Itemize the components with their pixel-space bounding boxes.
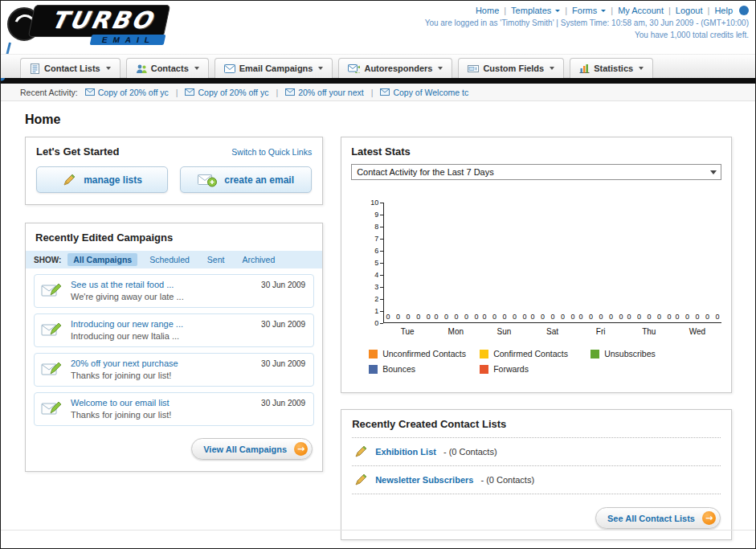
recent-activity-item[interactable]: Copy of 20% off yc: [185, 88, 268, 97]
filter-sent[interactable]: Sent: [202, 253, 231, 266]
campaign-subtitle: We're giving away our late ...: [71, 292, 184, 301]
divider: |: [176, 88, 178, 97]
x-tick-label: Mon: [431, 327, 480, 336]
campaign-subtitle: Introducing our new Italia ...: [71, 331, 183, 341]
view-all-campaigns-button[interactable]: View All Campaigns →: [191, 438, 313, 460]
recent-activity-item[interactable]: Copy of Welcome tc: [380, 88, 468, 97]
divider: |: [371, 88, 374, 97]
create-email-label: create an email: [224, 174, 294, 186]
link-my-account[interactable]: My Account: [618, 6, 664, 15]
recent-contact-lists-title: Recently Created Contact Lists: [352, 418, 721, 438]
x-tick-label: Sun: [480, 327, 528, 336]
recent-activity-bar: Recent Activity: Copy of 20% off yc | Co…: [1, 84, 755, 101]
filter-all-campaigns[interactable]: All Campaigns: [67, 253, 137, 266]
link-forms[interactable]: Forms: [572, 6, 606, 15]
bar-group-values: 0 0 0 0 0: [384, 313, 432, 321]
link-forms-label: Forms: [572, 6, 597, 15]
link-help[interactable]: Help: [714, 6, 733, 15]
logo-text: TURBO: [49, 6, 157, 34]
recent-activity-item[interactable]: Copy of 20% off yc: [85, 88, 169, 97]
campaign-edit-icon: [41, 400, 62, 416]
manage-lists-button[interactable]: manage lists: [36, 166, 168, 193]
chart-legend: Unconfirmed ContactsConfirmed ContactsUn…: [369, 349, 706, 379]
x-tick-label: Fri: [577, 327, 625, 336]
campaign-title: 20% off your next purchase: [71, 358, 178, 368]
chevron-down-icon: [106, 67, 111, 70]
chevron-down-icon: [601, 10, 606, 12]
nav-divider-bar: [1, 78, 755, 84]
manage-lists-label: manage lists: [84, 174, 142, 186]
see-all-contact-lists-label: See All Contact Lists: [607, 514, 695, 523]
link-templates[interactable]: Templates: [511, 6, 560, 15]
tab-label: Statistics: [594, 64, 633, 73]
campaign-row[interactable]: 20% off your next purchase Thanks for jo…: [34, 353, 314, 387]
bar-group-values: 0 0 0 0 0: [625, 313, 673, 321]
stats-period-select[interactable]: Contact Activity for the Last 7 Days: [351, 164, 721, 180]
campaign-edit-icon: [41, 361, 62, 377]
app-logo[interactable]: TURBO EMAIL: [7, 2, 208, 51]
contact-list-name[interactable]: Exhibition List: [375, 447, 436, 457]
email-icon: [185, 88, 194, 96]
chart-y-axis: 109876543210: [364, 203, 383, 323]
legend-swatch: [369, 350, 378, 358]
legend-item: Forwards: [480, 364, 590, 374]
link-home[interactable]: Home: [476, 6, 499, 15]
campaign-row[interactable]: Introducing our new range ... Introducin…: [34, 313, 314, 347]
link-logout[interactable]: Logout: [676, 6, 703, 15]
custom-fields-icon: [468, 64, 479, 73]
campaign-title: Introducing our new range ...: [71, 319, 183, 329]
divider: |: [565, 6, 567, 15]
legend-label: Forwards: [493, 364, 529, 374]
latest-stats-panel: Latest Stats Contact Activity for the La…: [341, 137, 732, 393]
legend-item: Confirmed Contacts: [480, 349, 590, 358]
see-all-contact-lists-button[interactable]: See All Contact Lists →: [595, 507, 721, 529]
contacts-icon: [136, 64, 147, 74]
campaign-subtitle: Thanks for joining our list!: [71, 371, 178, 380]
main-navigation: Contact Lists Contacts Email Campaigns A…: [1, 54, 755, 78]
filter-archived[interactable]: Archived: [236, 253, 280, 266]
contact-list-row[interactable]: Exhibition List - (0 Contacts): [352, 438, 721, 466]
arrow-right-icon: →: [294, 442, 308, 456]
campaign-row[interactable]: See us at the retail food ... We're givi…: [34, 274, 314, 308]
help-badge-icon[interactable]: [739, 6, 749, 15]
tab-statistics[interactable]: Statistics: [570, 58, 653, 78]
statistics-icon: [579, 64, 590, 73]
chevron-down-icon: [438, 67, 443, 70]
recent-activity-label: Recent Activity:: [20, 88, 78, 97]
recent-activity-item[interactable]: 20% off your next: [285, 88, 364, 97]
contact-list-name[interactable]: Newsletter Subscribers: [375, 475, 473, 485]
bar-group-values: 0 0 0 0 0: [577, 313, 625, 321]
legend-swatch: [590, 350, 599, 358]
tab-autoresponders[interactable]: Autoresponders: [338, 58, 452, 78]
divider: |: [611, 6, 613, 15]
chevron-down-icon: [555, 10, 560, 12]
legend-swatch: [480, 365, 488, 374]
legend-label: Bounces: [382, 364, 415, 374]
page-title: Home: [25, 113, 732, 127]
pencil-icon: [353, 445, 368, 459]
bar-group-values: 0 0 0 0 0: [432, 313, 480, 321]
legend-label: Unsubscribes: [604, 349, 656, 358]
campaign-edit-icon: [41, 322, 62, 338]
tab-contact-lists[interactable]: Contact Lists: [20, 58, 121, 78]
contact-list-row[interactable]: Newsletter Subscribers - (0 Contacts): [352, 466, 721, 494]
campaign-date: 30 Jun 2009: [261, 359, 305, 368]
campaign-title: See us at the retail food ...: [71, 280, 184, 289]
campaign-subtitle: Thanks for joining our list!: [71, 410, 171, 420]
tab-custom-fields[interactable]: Custom Fields: [458, 58, 564, 78]
create-email-button[interactable]: create an email: [180, 166, 312, 193]
divider: |: [708, 6, 710, 15]
campaign-row[interactable]: Welcome to our email list Thanks for joi…: [34, 392, 314, 426]
tab-label: Contacts: [151, 64, 189, 73]
switch-quick-links-link[interactable]: Switch to Quick Links: [231, 147, 312, 157]
bar-group-values: 0 0 0 0 0: [480, 313, 529, 321]
tab-email-campaigns[interactable]: Email Campaigns: [215, 58, 333, 78]
filter-scheduled[interactable]: Scheduled: [144, 253, 195, 266]
x-tick-label: Wed: [673, 327, 721, 336]
view-all-campaigns-label: View All Campaigns: [203, 445, 287, 454]
header-links: Home | Templates | Forms | My Account | …: [425, 6, 749, 15]
campaign-filter-bar: SHOW: All Campaigns Scheduled Sent Archi…: [26, 251, 322, 268]
tab-label: Email Campaigns: [239, 64, 313, 73]
tab-contacts[interactable]: Contacts: [126, 58, 209, 78]
chart-days-row: TueMonSunSatFriThuWed: [383, 323, 721, 336]
